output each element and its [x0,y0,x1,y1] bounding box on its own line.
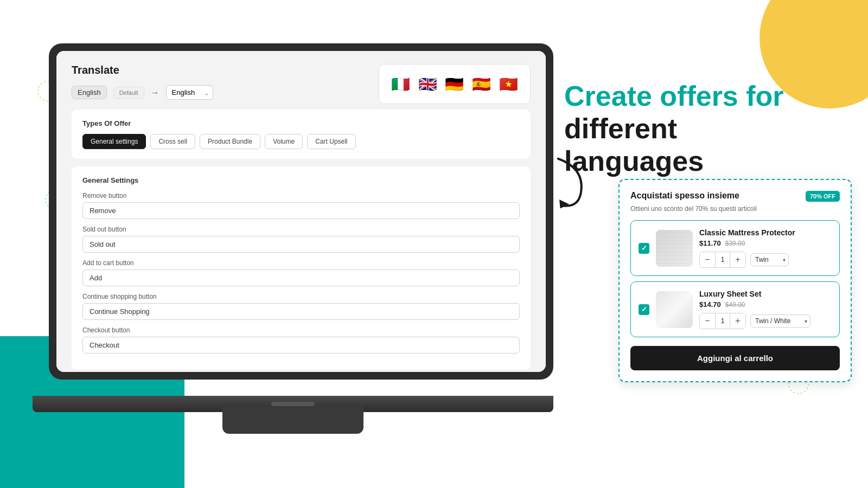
source-lang-label: English [72,86,107,99]
add-to-cart-field: Add to cart button [82,259,520,286]
product-2-price-current: $14.70 [699,300,721,309]
product-1-qty-minus[interactable]: − [700,252,715,267]
product-2-prices: $14.70 $49.00 [699,300,832,309]
lang-arrow: → [151,88,159,98]
product-1-qty-value: 1 [715,252,730,267]
laptop-screen-inner: 🇮🇹 🇬🇧 🇩🇪 🇪🇸 🇻🇳 Translate English Default… [56,51,546,372]
checkout-field: Checkout button [82,326,520,354]
product-1-checkbox[interactable] [639,243,649,254]
product-card-2: Luxury Sheet Set $14.70 $49.00 − 1 + Twi… [630,281,840,337]
sold-out-label: Sold out button [82,226,520,233]
add-to-cart-label: Add to cart button [82,259,520,267]
flags-row: 🇮🇹 🇬🇧 🇩🇪 🇪🇸 🇻🇳 [379,64,531,104]
product-1-image [656,230,693,267]
product-2-details: Luxury Sheet Set $14.70 $49.00 − 1 + Twi… [699,290,832,329]
product-1-price-original: $39.00 [725,240,745,247]
translate-panel: 🇮🇹 🇬🇧 🇩🇪 🇪🇸 🇻🇳 Translate English Default… [56,51,546,372]
offer-types-section: Types Of Offer General settings Cross se… [72,110,531,159]
add-to-cart-input[interactable] [82,269,520,286]
checkout-input[interactable] [82,337,520,354]
product-2-qty-plus[interactable]: + [730,313,745,329]
laptop-screen-outer: 🇮🇹 🇬🇧 🇩🇪 🇪🇸 🇻🇳 Translate English Default… [49,43,553,380]
add-to-cart-button[interactable]: Aggiungi al carrello [630,346,840,370]
flag-italy: 🇮🇹 [390,72,412,96]
product-2-price-original: $49.00 [725,301,745,309]
product-2-qty-minus[interactable]: − [700,313,715,329]
tab-general-settings[interactable]: General settings [82,134,146,149]
remove-button-field: Remove button [82,192,520,219]
remove-button-label: Remove button [82,192,520,200]
product-1-controls: − 1 + Twin Full Queen King [699,252,832,268]
checkout-label: Checkout button [82,326,520,334]
tab-cart-upsell[interactable]: Cart Upsell [307,134,355,149]
product-card-1: Classic Mattress Protector $11.70 $39.00… [630,220,840,276]
continue-shopping-field: Continue shopping button [82,293,520,320]
offer-widget: Acquistati spesso insieme 70% OFF Ottien… [618,179,852,382]
heading-line2: different [564,113,677,144]
offer-widget-title: Acquistati spesso insieme [630,191,739,201]
product-1-prices: $11.70 $39.00 [699,239,832,247]
flag-vietnam: 🇻🇳 [497,72,519,96]
product-2-variant-select[interactable]: Twin / White Twin / Blue Full / White Qu… [750,314,810,328]
laptop: 🇮🇹 🇬🇧 🇩🇪 🇪🇸 🇻🇳 Translate English Default… [33,43,575,445]
offer-types-label: Types Of Offer [82,119,520,127]
tab-volume[interactable]: Volume [265,134,303,149]
flag-germany: 🇩🇪 [444,72,465,96]
remove-button-input[interactable] [82,202,520,219]
product-1-qty-control: − 1 + [699,252,746,268]
target-lang-select-wrapper[interactable]: English Italian German Spanish [166,85,213,100]
default-badge: Default [113,87,144,99]
product-1-name: Classic Mattress Protector [699,228,832,237]
product-2-image [656,291,693,328]
right-heading: Create offers for different languages [564,80,825,177]
sold-out-field: Sold out button [82,226,520,253]
continue-shopping-input[interactable] [82,303,520,320]
product-1-qty-plus[interactable]: + [730,252,745,267]
product-1-variant-wrapper[interactable]: Twin Full Queen King [750,253,789,266]
product-2-qty-value: 1 [715,313,730,329]
tab-cross-sell[interactable]: Cross sell [150,134,195,149]
product-1-variant-select[interactable]: Twin Full Queen King [750,253,789,266]
general-settings-section: General Settings Remove button Sold out … [72,166,531,370]
product-2-controls: − 1 + Twin / White Twin / Blue Full / Wh… [699,313,832,329]
product-1-price-current: $11.70 [699,239,721,247]
product-2-checkbox[interactable] [639,304,649,315]
product-2-name: Luxury Sheet Set [699,290,832,298]
continue-shopping-label: Continue shopping button [82,293,520,300]
flag-spain: 🇪🇸 [471,72,493,96]
laptop-notch [271,402,315,406]
product-1-details: Classic Mattress Protector $11.70 $39.00… [699,228,832,268]
right-text-block: Create offers for different languages [564,80,825,177]
offer-header: Acquistati spesso insieme 70% OFF [630,191,840,202]
discount-badge: 70% OFF [806,191,840,202]
tab-product-bundle[interactable]: Product Bundle [200,134,260,149]
offer-tabs: General settings Cross sell Product Bund… [82,134,520,149]
laptop-stand [222,407,363,434]
product-2-qty-control: − 1 + [699,313,746,329]
flag-uk: 🇬🇧 [417,72,439,96]
target-lang-select[interactable]: English Italian German Spanish [166,85,213,100]
product-2-variant-wrapper[interactable]: Twin / White Twin / Blue Full / White Qu… [750,314,810,328]
heading-line1: Create offers for [564,80,784,112]
sold-out-input[interactable] [82,236,520,253]
general-settings-title: General Settings [82,176,520,184]
offer-subtitle: Ottieni uno sconto del 70% su questi art… [630,205,840,213]
